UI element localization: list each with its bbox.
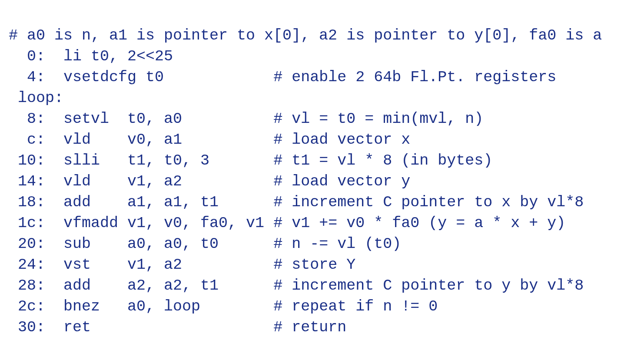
code-mnemonic: vsetdcfg t0 bbox=[63, 69, 273, 86]
code-address: 0: bbox=[9, 48, 45, 65]
code-mnemonic: vld v1, a2 bbox=[63, 173, 273, 190]
code-line: 10: slli t1, t0, 3 # t1 = vl * 8 (in byt… bbox=[9, 150, 644, 171]
code-mnemonic: vld v0, a1 bbox=[63, 131, 273, 149]
code-address: 10: bbox=[9, 152, 45, 169]
assembly-code-block: # a0 is n, a1 is pointer to x[0], a2 is … bbox=[0, 0, 644, 340]
code-address: 30: bbox=[9, 319, 45, 336]
code-line: 4: vsetdcfg t0 # enable 2 64b Fl.Pt. reg… bbox=[9, 67, 644, 88]
code-mnemonic: ret bbox=[63, 319, 273, 336]
code-line: 2c: bnez a0, loop # repeat if n != 0 bbox=[9, 296, 644, 317]
code-line: 18: add a1, a1, t1 # increment C pointer… bbox=[9, 192, 644, 213]
code-line: 1c: vfmadd v1, v0, fa0, v1 # v1 += v0 * … bbox=[9, 213, 644, 234]
code-address: 24: bbox=[9, 256, 45, 274]
code-comment: # repeat if n != 0 bbox=[273, 298, 438, 315]
code-line: 0: li t0, 2<<25 bbox=[9, 46, 644, 67]
code-comment: # increment C pointer to y by vl*8 bbox=[273, 277, 584, 294]
code-mnemonic: sub a0, a0, t0 bbox=[63, 235, 273, 253]
code-comment: # n -= vl (t0) bbox=[273, 235, 401, 253]
code-address: 4: bbox=[9, 69, 45, 86]
code-mnemonic: add a2, a2, t1 bbox=[63, 277, 273, 294]
code-label-line: loop: bbox=[9, 88, 644, 109]
code-line: 20: sub a0, a0, t0 # n -= vl (t0) bbox=[9, 234, 644, 254]
code-address: 18: bbox=[9, 194, 45, 211]
code-comment: # load vector x bbox=[273, 131, 410, 149]
code-mnemonic: bnez a0, loop bbox=[63, 298, 273, 315]
code-mnemonic: setvl t0, a0 bbox=[63, 110, 273, 128]
code-comment: # store Y bbox=[273, 256, 355, 274]
code-comment: # vl = t0 = min(mvl, n) bbox=[273, 110, 483, 128]
code-comment: # load vector y bbox=[273, 173, 410, 190]
code-address: 1c: bbox=[9, 215, 45, 232]
code-line: 14: vld v1, a2 # load vector y bbox=[9, 171, 644, 192]
code-mnemonic: slli t1, t0, 3 bbox=[63, 152, 273, 169]
code-address: 28: bbox=[9, 277, 45, 294]
code-comment: # t1 = vl * 8 (in bytes) bbox=[273, 152, 492, 169]
code-address: 8: bbox=[9, 110, 45, 128]
code-line: 28: add a2, a2, t1 # increment C pointer… bbox=[9, 275, 644, 296]
code-comment: # enable 2 64b Fl.Pt. registers bbox=[273, 69, 556, 86]
description-comment: # a0 is n, a1 is pointer to x[0], a2 is … bbox=[9, 25, 644, 46]
code-address: 14: bbox=[9, 173, 45, 190]
code-line: 30: ret # return bbox=[9, 317, 644, 338]
code-mnemonic: add a1, a1, t1 bbox=[63, 194, 273, 211]
code-comment: # return bbox=[273, 319, 346, 336]
code-mnemonic: li t0, 2<<25 bbox=[63, 48, 273, 65]
code-line: 24: vst v1, a2 # store Y bbox=[9, 254, 644, 275]
code-mnemonic: vfmadd v1, v0, fa0, v1 bbox=[63, 215, 273, 232]
code-mnemonic: vst v1, a2 bbox=[63, 256, 273, 274]
code-address: c: bbox=[9, 131, 45, 149]
code-address: 20: bbox=[9, 235, 45, 253]
code-comment: # v1 += v0 * fa0 (y = a * x + y) bbox=[273, 215, 565, 232]
code-line: 8: setvl t0, a0 # vl = t0 = min(mvl, n) bbox=[9, 109, 644, 129]
code-address: 2c: bbox=[9, 298, 45, 315]
code-line: c: vld v0, a1 # load vector x bbox=[9, 129, 644, 150]
code-comment: # increment C pointer to x by vl*8 bbox=[273, 194, 584, 211]
